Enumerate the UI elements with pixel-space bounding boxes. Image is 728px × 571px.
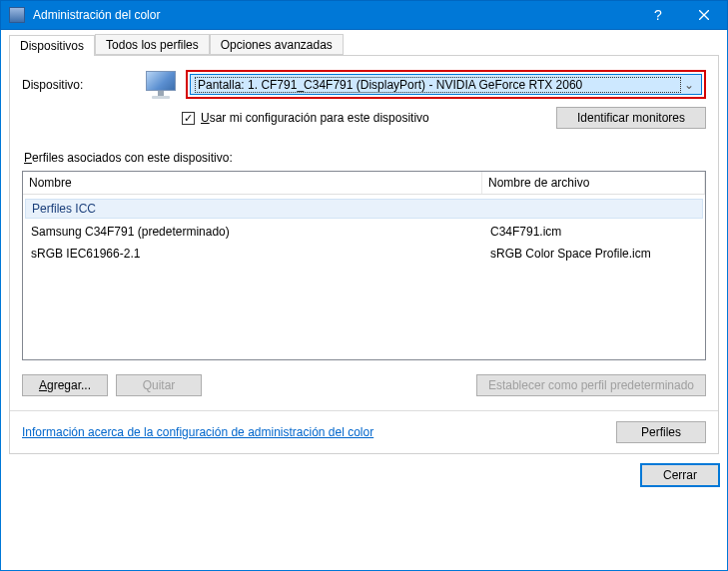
client-area: Dispositivos Todos los perfiles Opciones… (0, 30, 728, 571)
titlebar: Administración del color ? (0, 0, 728, 30)
col-header-file[interactable]: Nombre de archivo (482, 172, 705, 194)
profiles-button-label: Perfiles (641, 425, 681, 439)
help-link[interactable]: Información acerca de la configuración d… (22, 425, 373, 439)
app-icon (9, 7, 25, 23)
device-dropdown-highlight: Pantalla: 1. CF791_C34F791 (DisplayPort)… (186, 70, 706, 99)
add-button[interactable]: Agregar... (22, 374, 108, 396)
profiles-caption: Perfiles asociados con este dispositivo: (24, 151, 706, 165)
tab-strip: Dispositivos Todos los perfiles Opciones… (9, 34, 719, 56)
profiles-listview[interactable]: Nombre Nombre de archivo Perfiles ICC Sa… (22, 171, 706, 360)
close-button-label: Cerrar (663, 468, 697, 482)
device-subrow: Usar mi configuración para este disposit… (22, 107, 706, 129)
identify-monitors-label: Identificar monitores (577, 111, 685, 125)
device-dropdown[interactable]: Pantalla: 1. CF791_C34F791 (DisplayPort)… (190, 74, 702, 95)
set-default-button: Establecer como perfil predeterminado (476, 374, 706, 396)
tab-page-devices: Dispositivo: Pantalla: 1. CF791_C34F791 … (9, 56, 719, 454)
identify-monitors-button[interactable]: Identificar monitores (556, 107, 706, 129)
chevron-down-icon: ⌄ (681, 78, 697, 92)
bottom-row: Información acerca de la configuración d… (22, 421, 706, 443)
device-row: Dispositivo: Pantalla: 1. CF791_C34F791 … (22, 70, 706, 99)
use-my-settings-wrap: Usar mi configuración para este disposit… (182, 111, 556, 125)
table-row[interactable]: Samsung C34F791 (predeterminado)C34F791.… (23, 221, 705, 243)
tab-all-profiles-label: Todos los perfiles (106, 38, 199, 52)
tab-devices-label: Dispositivos (20, 39, 84, 53)
cell-name: sRGB IEC61966-2.1 (23, 245, 482, 263)
profile-buttons-row: Agregar... Quitar Establecer como perfil… (22, 374, 706, 396)
dialog-buttons: Cerrar (9, 464, 719, 486)
cell-file: C34F791.icm (482, 223, 705, 241)
device-label: Dispositivo: (22, 78, 140, 92)
tab-devices[interactable]: Dispositivos (9, 35, 95, 56)
monitor-icon (146, 71, 178, 99)
use-my-settings-checkbox[interactable] (182, 112, 195, 125)
help-button[interactable]: ? (635, 0, 681, 30)
close-icon (699, 10, 709, 20)
cell-name: Samsung C34F791 (predeterminado) (23, 223, 482, 241)
help-icon: ? (654, 7, 662, 23)
window-close-button[interactable] (681, 0, 727, 30)
listview-header: Nombre Nombre de archivo (23, 172, 705, 195)
set-default-label: Establecer como perfil predeterminado (488, 378, 694, 392)
remove-button-label: Quitar (143, 378, 176, 392)
use-my-settings-label: Usar mi configuración para este disposit… (201, 111, 429, 125)
close-button[interactable]: Cerrar (641, 464, 719, 486)
device-dropdown-value: Pantalla: 1. CF791_C34F791 (DisplayPort)… (195, 77, 681, 93)
tab-advanced[interactable]: Opciones avanzadas (210, 34, 344, 55)
table-row[interactable]: sRGB IEC61966-2.1sRGB Color Space Profil… (23, 243, 705, 265)
tab-advanced-label: Opciones avanzadas (221, 38, 333, 52)
tab-all-profiles[interactable]: Todos los perfiles (95, 34, 210, 55)
profiles-button[interactable]: Perfiles (616, 421, 706, 443)
cell-file: sRGB Color Space Profile.icm (482, 245, 705, 263)
window-title: Administración del color (33, 8, 635, 22)
col-header-name[interactable]: Nombre (23, 172, 482, 194)
divider (10, 410, 718, 411)
remove-button: Quitar (116, 374, 202, 396)
listview-group-icc: Perfiles ICC (25, 199, 703, 219)
